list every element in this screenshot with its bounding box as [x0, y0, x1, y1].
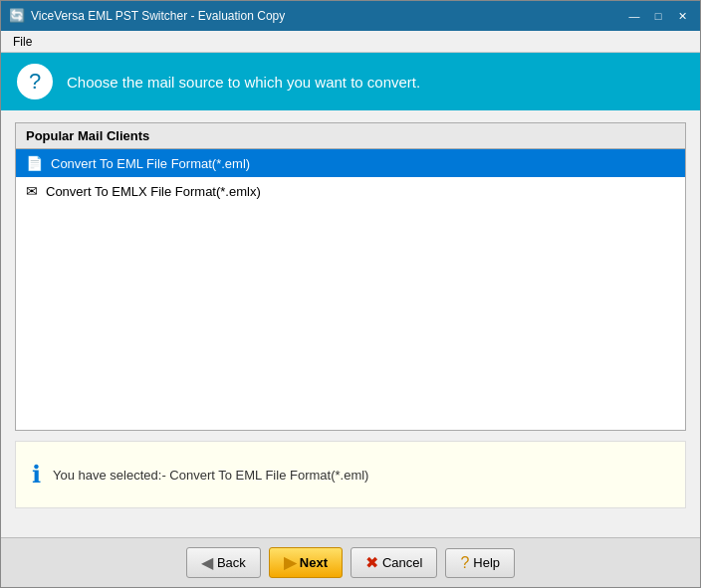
header-text: Choose the mail source to which you want… — [67, 74, 420, 91]
list-item-eml-label: Convert To EML File Format(*.eml) — [51, 156, 250, 171]
help-label: Help — [473, 555, 500, 570]
maximize-button[interactable]: □ — [648, 6, 668, 26]
header-icon: ? — [17, 64, 53, 99]
back-label: Back — [217, 555, 246, 570]
title-bar: 🔄 ViceVersa EML PST Switcher - Evaluatio… — [1, 1, 700, 31]
app-icon: 🔄 — [9, 8, 25, 24]
next-label: Next — [300, 555, 328, 570]
info-text: You have selected:- Convert To EML File … — [53, 468, 368, 483]
application-window: 🔄 ViceVersa EML PST Switcher - Evaluatio… — [0, 0, 701, 588]
emlx-icon: ✉ — [26, 183, 38, 199]
help-button[interactable]: ? Help — [445, 548, 515, 578]
eml-icon: 📄 — [26, 155, 43, 171]
cancel-label: Cancel — [382, 555, 422, 570]
menu-bar: File — [1, 31, 700, 53]
mail-clients-listbox: Popular Mail Clients 📄 Convert To EML Fi… — [15, 122, 686, 431]
list-item-eml[interactable]: 📄 Convert To EML File Format(*.eml) — [16, 149, 685, 177]
question-mark-icon: ? — [29, 69, 41, 95]
list-item-emlx-label: Convert To EMLX File Format(*.emlx) — [46, 184, 261, 199]
content-area: Popular Mail Clients 📄 Convert To EML Fi… — [1, 110, 700, 587]
window-title: ViceVersa EML PST Switcher - Evaluation … — [31, 9, 285, 23]
header-banner: ? Choose the mail source to which you wa… — [1, 53, 700, 110]
back-icon: ◀ — [201, 553, 213, 572]
cancel-button[interactable]: ✖ Cancel — [350, 547, 437, 578]
title-bar-left: 🔄 ViceVersa EML PST Switcher - Evaluatio… — [9, 8, 285, 24]
next-button[interactable]: ▶ Next — [269, 547, 343, 578]
next-icon: ▶ — [284, 553, 296, 572]
window-controls: — □ ✕ — [624, 6, 692, 26]
listbox-header: Popular Mail Clients — [16, 123, 685, 149]
list-item-emlx[interactable]: ✉ Convert To EMLX File Format(*.emlx) — [16, 177, 685, 205]
help-icon: ? — [460, 554, 469, 572]
info-icon: ℹ — [32, 461, 41, 489]
close-button[interactable]: ✕ — [672, 6, 692, 26]
back-button[interactable]: ◀ Back — [186, 547, 261, 578]
file-menu[interactable]: File — [5, 33, 40, 51]
info-panel: ℹ You have selected:- Convert To EML Fil… — [15, 441, 686, 508]
minimize-button[interactable]: — — [624, 6, 644, 26]
cancel-icon: ✖ — [365, 553, 378, 572]
footer: ◀ Back ▶ Next ✖ Cancel ? Help — [1, 537, 700, 587]
